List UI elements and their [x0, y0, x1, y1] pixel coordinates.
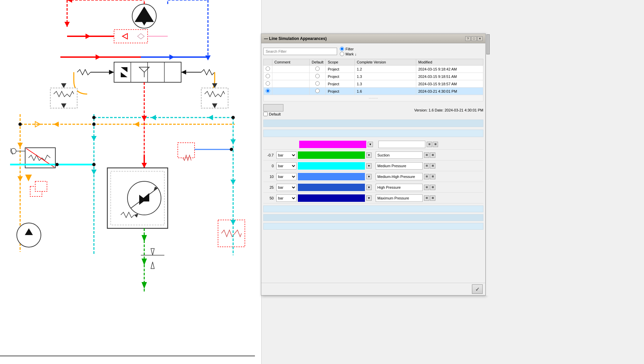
version-radio[interactable]	[266, 66, 270, 71]
row-btn-a-0[interactable]: ⊞	[427, 142, 432, 147]
table-row[interactable]: Project 1.3 2024-03-15 9:18:51 AM	[264, 73, 483, 80]
row-version: 1.6	[355, 88, 416, 95]
row-btn-b-0[interactable]: ⊠	[433, 142, 438, 147]
row-btn-a-1[interactable]: ⊞	[424, 152, 429, 158]
row-btn-b-5[interactable]: ⊠	[430, 195, 435, 201]
pressure-label-input-0[interactable]	[378, 141, 425, 148]
default-radio[interactable]	[315, 89, 320, 93]
pressure-value-3: 10	[263, 175, 275, 179]
close-button[interactable]: ✕	[477, 36, 483, 41]
table-row[interactable]: Project 1.2 2024-03-15 9:18:42 AM	[264, 65, 483, 73]
svg-point-97	[231, 116, 235, 119]
color-scroll-btn-1[interactable]: ▼	[366, 152, 372, 158]
row-radio-cell[interactable]	[264, 88, 272, 95]
pressure-row-btns-3: ⊞ ⊠	[424, 174, 435, 179]
filter-radio-group: Filter Mark ↓	[340, 47, 357, 56]
ok-button[interactable]: ✓	[472, 284, 483, 294]
pressure-unit-select-4[interactable]: bar psi MPa	[276, 184, 297, 191]
pressure-value-1: -0.7	[263, 153, 275, 157]
pressure-unit-select-3[interactable]: bar psi MPa	[276, 173, 297, 180]
color-scroll-btn-3[interactable]: ▼	[366, 174, 372, 179]
col-version: Complete Version	[355, 59, 416, 65]
pressure-unit-select-2[interactable]: bar psi MPa	[276, 162, 297, 170]
row-radio-cell[interactable]	[264, 80, 272, 88]
row-btn-a-5[interactable]: ⊞	[424, 195, 429, 201]
default-radio[interactable]	[315, 74, 320, 78]
pressure-unit-select-5[interactable]: bar psi MPa	[276, 194, 297, 202]
row-modified: 2024-03-15 9:18:57 AM	[416, 80, 483, 88]
color-scroll-btn-4[interactable]: ▼	[366, 185, 372, 190]
row-btn-a-3[interactable]: ⊞	[424, 174, 429, 179]
row-radio-cell[interactable]	[264, 65, 272, 73]
row-default[interactable]	[310, 73, 326, 80]
mark-radio[interactable]	[340, 52, 344, 56]
filter-radio[interactable]	[340, 47, 344, 51]
row-btn-b-3[interactable]: ⊠	[430, 174, 435, 179]
pressure-label-input-5[interactable]	[376, 194, 423, 202]
version-radio[interactable]	[266, 81, 270, 86]
pressure-label-input-3[interactable]	[376, 173, 423, 180]
dialog-titlebar: — Line Simulation Appearances) ? □ ✕	[261, 34, 485, 43]
pressure-color-bar-4[interactable]	[298, 184, 365, 191]
dialog-footer: ✓	[261, 283, 485, 295]
search-input[interactable]	[263, 48, 337, 55]
pressure-label-input-2[interactable]	[376, 162, 423, 170]
unnamed-button-left[interactable]	[263, 104, 283, 111]
row-btn-b-2[interactable]: ⊠	[430, 163, 435, 169]
pressure-color-bar-2[interactable]	[298, 162, 365, 170]
pressure-color-bar-5[interactable]	[298, 194, 365, 202]
pressure-label-input-4[interactable]	[376, 184, 423, 191]
pressure-section: ▼ ⊞ ⊠ -0.7 bar psi MPa ▼ ⊞ ⊠ 0	[263, 139, 483, 203]
bottom-spacer-1	[263, 206, 483, 212]
table-dots-row: ·········	[264, 95, 483, 101]
bottom-spacer-3	[263, 223, 483, 230]
pressure-row-0: ▼ ⊞ ⊠	[263, 139, 483, 150]
versions-tbody: Project 1.2 2024-03-15 9:18:42 AM Projec…	[264, 65, 483, 101]
svg-rect-92	[218, 220, 245, 247]
default-radio[interactable]	[315, 66, 320, 71]
color-scroll-btn-5[interactable]: ▼	[366, 195, 372, 201]
scrollbar-thumb[interactable]	[486, 34, 490, 54]
row-default[interactable]	[310, 80, 326, 88]
row-btn-a-4[interactable]: ⊞	[424, 185, 429, 190]
pressure-unit-select-1[interactable]: bar psi MPa	[276, 151, 297, 159]
row-radio-cell[interactable]	[264, 73, 272, 80]
bottom-spacers	[263, 205, 483, 281]
row-btn-a-2[interactable]: ⊞	[424, 163, 429, 169]
pressure-row-1: -0.7 bar psi MPa ▼ ⊞ ⊠	[263, 150, 483, 161]
pressure-row-btns-1: ⊞ ⊠	[424, 152, 435, 158]
help-button[interactable]: ?	[465, 36, 471, 41]
pressure-color-controls-2: ▼	[366, 163, 372, 169]
filter-label: Filter	[345, 47, 354, 51]
table-row[interactable]: Project 1.3 2024-03-15 9:18:57 AM	[264, 80, 483, 88]
mark-label: Mark ↓	[345, 52, 357, 56]
row-default[interactable]	[310, 88, 326, 95]
pressure-color-bar-0[interactable]	[299, 141, 366, 148]
color-scroll-btn-0[interactable]: ▼	[368, 142, 373, 147]
pressure-color-bar-3[interactable]	[298, 173, 365, 180]
row-comment	[272, 80, 310, 88]
pressure-color-controls-3: ▼	[366, 174, 372, 179]
search-row: Filter Mark ↓	[263, 45, 483, 57]
minimize-button[interactable]: □	[471, 36, 477, 41]
default-checkbox[interactable]	[263, 112, 268, 116]
row-btn-b-4[interactable]: ⊠	[430, 185, 435, 190]
dialog-scrollbar[interactable]	[486, 34, 490, 295]
version-radio[interactable]	[266, 89, 270, 93]
dialog-title: — Line Simulation Appearances)	[264, 36, 327, 41]
svg-rect-14	[114, 30, 148, 43]
row-btn-b-1[interactable]: ⊠	[430, 152, 435, 158]
default-checkbox-label[interactable]: Default	[263, 112, 283, 116]
pressure-color-bar-1[interactable]	[298, 151, 365, 159]
row-default[interactable]	[310, 65, 326, 73]
dialog-body: Filter Mark ↓ Comment Default Scope Comp…	[261, 43, 485, 283]
default-radio[interactable]	[315, 81, 320, 86]
pressure-label-input-1[interactable]	[376, 151, 423, 159]
filter-radio-label[interactable]: Filter	[340, 47, 357, 51]
table-row[interactable]: Project 1.6 2024-03-21 4:30:01 PM	[264, 88, 483, 95]
pressure-color-controls-1: ▼	[366, 152, 372, 158]
color-scroll-btn-2[interactable]: ▼	[366, 163, 372, 169]
pressure-color-controls-0: ▼	[368, 142, 373, 147]
mark-radio-label[interactable]: Mark ↓	[340, 52, 357, 56]
version-radio[interactable]	[266, 74, 270, 78]
